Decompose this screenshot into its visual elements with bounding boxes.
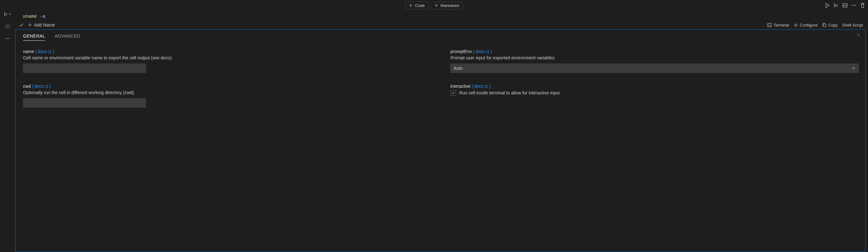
open-terminal-button[interactable]: Terminal xyxy=(767,23,789,27)
code-token-flag: a xyxy=(42,14,45,19)
cell-more-button[interactable] xyxy=(5,36,10,41)
external-link-icon xyxy=(485,85,488,88)
execution-count: [1] xyxy=(5,24,9,28)
code-token-command: uname xyxy=(23,14,37,19)
configure-button[interactable]: Configure xyxy=(794,23,817,27)
field-promptenv-desc: Prompt user input for exported environme… xyxy=(451,55,859,60)
plus-icon xyxy=(28,23,32,27)
field-cwd: cwd (docs ) Optionally run the cell in d… xyxy=(23,84,432,108)
field-name-desc: Cell name or environment variable name t… xyxy=(23,55,432,60)
code-token-flag-prefix: - xyxy=(37,14,42,19)
add-markdown-cell-button[interactable]: Markdown xyxy=(431,2,463,9)
field-name: name (docs ) Cell name or environment va… xyxy=(23,49,432,73)
external-link-icon xyxy=(486,50,490,54)
interactive-checkbox[interactable] xyxy=(451,90,456,96)
language-label[interactable]: Shell Script xyxy=(842,23,863,27)
svg-point-2 xyxy=(854,5,855,6)
field-promptenv-docs-link[interactable]: (docs ) xyxy=(473,49,492,54)
execute-cell-and-below-button[interactable] xyxy=(833,2,839,8)
more-actions-button[interactable] xyxy=(851,2,857,8)
external-link-icon xyxy=(48,50,52,54)
cwd-input[interactable] xyxy=(23,98,146,108)
promptenv-select[interactable]: Auto xyxy=(451,63,859,73)
field-name-label: name xyxy=(23,49,34,54)
add-markdown-cell-label: Markdown xyxy=(441,3,460,8)
svg-point-3 xyxy=(855,5,856,6)
name-input[interactable] xyxy=(23,63,146,73)
field-cwd-desc: Optionally run the cell in different wor… xyxy=(23,90,432,95)
cell-status-bar: Add Name Terminal Configure Copy xyxy=(15,21,866,29)
add-code-cell-button[interactable]: Code xyxy=(405,2,428,9)
svg-point-5 xyxy=(7,38,8,39)
field-interactive-label: interactive xyxy=(451,84,471,89)
field-cwd-docs-link[interactable]: (docs ) xyxy=(32,84,51,89)
cell-code[interactable]: uname -a xyxy=(15,11,866,21)
tab-advanced[interactable]: ADVANCED xyxy=(55,33,80,41)
promptenv-select-value: Auto xyxy=(454,66,463,71)
close-icon xyxy=(856,33,861,37)
execute-cell-button[interactable] xyxy=(825,2,830,8)
copy-button[interactable]: Copy xyxy=(822,23,838,27)
copy-icon xyxy=(822,23,827,27)
svg-point-1 xyxy=(851,5,852,6)
field-promptenv: promptEnv (docs ) Prompt user input for … xyxy=(451,49,859,73)
notebook-toolbar: Code Markdown xyxy=(0,0,868,11)
field-interactive: interactive (docs ) Run cell inside term… xyxy=(451,84,859,108)
cell-gutter: [1] xyxy=(0,11,15,252)
close-panel-button[interactable] xyxy=(856,33,861,37)
terminal-icon xyxy=(767,23,772,27)
success-icon xyxy=(19,22,24,27)
plus-icon xyxy=(434,3,439,7)
config-tabs: GENERAL ADVANCED xyxy=(22,33,859,41)
field-cwd-label: cwd xyxy=(23,84,31,89)
cell-config-panel: GENERAL ADVANCED name (docs ) Cell name … xyxy=(15,29,866,252)
check-icon xyxy=(451,91,455,95)
tab-general[interactable]: GENERAL xyxy=(23,33,45,41)
svg-point-8 xyxy=(795,24,797,26)
chevron-down-icon xyxy=(851,66,856,71)
svg-point-6 xyxy=(9,38,9,39)
field-promptenv-label: promptEnv xyxy=(451,49,472,54)
svg-rect-9 xyxy=(823,24,826,27)
add-name-button[interactable]: Add Name xyxy=(28,22,55,27)
chevron-down-icon xyxy=(8,12,12,16)
add-code-cell-label: Code xyxy=(415,3,425,8)
delete-cell-button[interactable] xyxy=(860,2,866,8)
split-cell-button[interactable] xyxy=(842,2,848,8)
field-name-docs-link[interactable]: (docs ) xyxy=(35,49,54,54)
run-cell-button[interactable] xyxy=(3,12,12,17)
interactive-checkbox-label: Run cell inside terminal to allow for in… xyxy=(459,90,561,95)
external-link-icon xyxy=(45,85,49,88)
svg-point-4 xyxy=(6,38,6,39)
plus-icon xyxy=(408,3,413,7)
gear-icon xyxy=(794,23,798,27)
add-name-label: Add Name xyxy=(34,22,55,27)
field-interactive-docs-link[interactable]: (docs ) xyxy=(472,84,491,89)
svg-rect-7 xyxy=(768,23,772,27)
